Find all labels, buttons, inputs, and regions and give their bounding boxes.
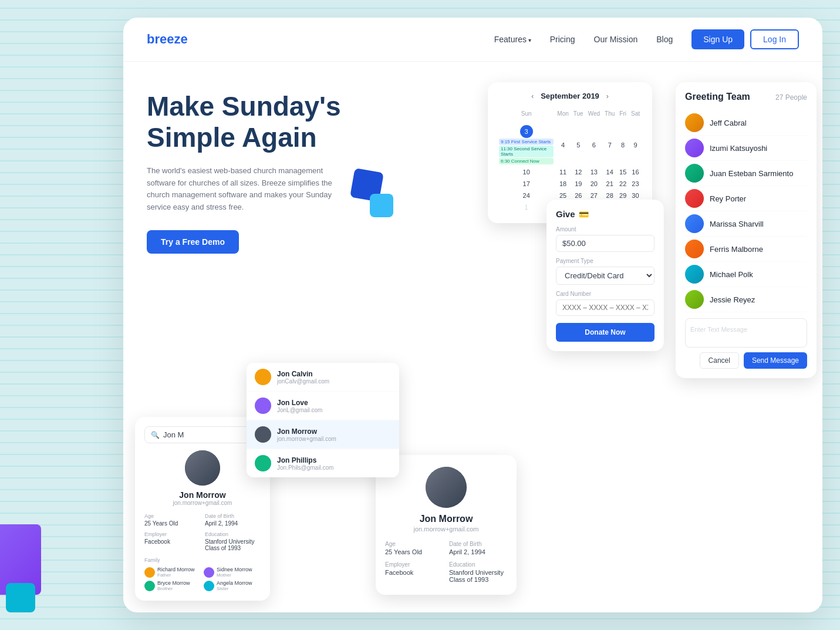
cal-cell[interactable]: 16	[629, 167, 642, 177]
employer-label: Employer	[144, 531, 200, 537]
cal-cell[interactable]: 4	[555, 124, 570, 166]
cal-cell[interactable]: 14	[603, 167, 616, 177]
cal-cell[interactable]	[603, 120, 616, 123]
hero-title: Make Sunday's Simple Again	[147, 91, 346, 153]
jon-age-label: Age	[385, 541, 443, 547]
main-card: breeze Features Pricing Our Mission Blog…	[123, 18, 822, 612]
cal-cell[interactable]: 19	[572, 178, 585, 189]
message-box[interactable]: Enter Text Message	[685, 318, 807, 348]
nav-mission[interactable]: Our Mission	[594, 35, 638, 44]
cal-cell[interactable]	[586, 120, 602, 123]
team-avatar-7	[685, 265, 704, 284]
cal-cell[interactable]: 6	[586, 124, 602, 166]
family-section: Family Richard MorrowFather Sidnee Morro…	[144, 557, 261, 591]
family-role-4: Sister	[217, 586, 252, 591]
cal-cell[interactable]	[498, 120, 554, 123]
cal-cell[interactable]: 10	[498, 167, 554, 177]
signup-button[interactable]: Sign Up	[691, 29, 744, 49]
result-name-4: Jon Phillips	[277, 456, 333, 464]
result-item-3[interactable]: Jon Morrow jon.morrow+gmail.com	[247, 420, 399, 449]
cal-cell[interactable]: 23	[629, 178, 642, 189]
login-button[interactable]: Log In	[750, 29, 799, 49]
give-payment-select[interactable]: Credit/Debit Card	[556, 267, 655, 285]
education-label: Education	[205, 531, 261, 537]
dob-label: Date of Birth	[205, 513, 261, 519]
team-member-2[interactable]: Izumi Katsuyoshi	[685, 136, 807, 161]
give-card-input[interactable]	[556, 299, 655, 316]
cal-cell[interactable]: 24	[498, 190, 554, 201]
calendar-next-arrow[interactable]: ›	[606, 92, 609, 100]
cal-cell[interactable]	[572, 120, 585, 123]
result-avatar-3	[255, 426, 271, 443]
jon-age-val: 25 Years Old	[385, 548, 443, 555]
family-member-2: Sidnee MorrowMother	[204, 567, 261, 578]
cal-cell-today[interactable]: 3 9:15 First Service Starts 11:30 Second…	[498, 124, 554, 166]
donate-button[interactable]: Donate Now	[556, 323, 655, 342]
give-amount-input[interactable]	[556, 235, 655, 252]
team-member-6[interactable]: Ferris Malborne	[685, 237, 807, 262]
result-avatar-2	[255, 397, 271, 414]
cal-cell[interactable]: 22	[618, 178, 628, 189]
search-input[interactable]	[163, 430, 254, 439]
jon-profile-card: Jon Morrow jon.morrow+gmail.com Age 25 Y…	[376, 455, 517, 595]
team-member-7[interactable]: Michael Polk	[685, 262, 807, 287]
cal-cell[interactable]: 9	[629, 124, 642, 166]
result-email-3: jon.morrow+gmail.com	[277, 436, 336, 442]
cal-cell[interactable]: 20	[586, 178, 602, 189]
cal-cell[interactable]: 11	[555, 167, 570, 177]
demo-button[interactable]: Try a Free Demo	[147, 230, 239, 254]
nav-pricing[interactable]: Pricing	[550, 35, 575, 44]
family-name-2: Sidnee Morrow	[217, 567, 252, 572]
nav-blog[interactable]: Blog	[656, 35, 673, 44]
event-connect: 6:30 Connect Now	[499, 158, 554, 164]
team-member-1[interactable]: Jeff Cabral	[685, 110, 807, 136]
cal-cell[interactable]: 18	[555, 178, 570, 189]
greeting-actions: Cancel Send Message	[685, 352, 807, 369]
jon-name: Jon Morrow	[385, 514, 507, 524]
family-member-3: Bryce MorrowBrother	[144, 580, 201, 591]
cal-cell[interactable]	[555, 120, 570, 123]
result-item-4[interactable]: Jon Phillips Jon.Phils@gmail.com	[247, 449, 399, 477]
cal-cell[interactable]: 5	[572, 124, 585, 166]
cal-cell[interactable]	[629, 120, 642, 123]
family-name-3: Bryce Morrow	[157, 580, 190, 586]
cal-cell[interactable]: 17	[498, 178, 554, 189]
team-member-3[interactable]: Juan Esteban Sarmiento	[685, 161, 807, 186]
jon-employer-val: Facebook	[385, 569, 443, 576]
team-member-8[interactable]: Jessie Reyez	[685, 287, 807, 312]
greeting-title: Greeting Team	[685, 92, 750, 102]
result-item-2[interactable]: Jon Love JonL@gmail.com	[247, 392, 399, 420]
cal-day-thu: Thu	[603, 109, 616, 119]
team-member-5[interactable]: Marissa Sharvill	[685, 211, 807, 237]
cal-cell[interactable]: 15	[618, 167, 628, 177]
event-second-service: 11:30 Second Service Starts	[499, 146, 554, 157]
calendar-header: ‹ September 2019 ›	[497, 92, 643, 100]
jon-email: jon.morrow+gmail.com	[385, 525, 507, 533]
today-indicator: 3	[520, 125, 533, 138]
navbar: breeze Features Pricing Our Mission Blog…	[123, 18, 822, 62]
jon-education-label: Education	[449, 561, 507, 568]
result-item-1[interactable]: Jon Calvin jonCalv@gmail.com	[247, 363, 399, 392]
cal-cell[interactable]: 12	[572, 167, 585, 177]
team-name-6: Ferris Malborne	[710, 245, 763, 254]
cal-cell[interactable]: 13	[586, 167, 602, 177]
profile-details: Age 25 Years Old Date of Birth April 2, …	[144, 513, 261, 551]
event-first-service: 9:15 First Service Starts	[499, 139, 554, 145]
give-title: Give 💳	[556, 209, 655, 219]
family-role-1: Father	[157, 572, 195, 578]
result-email-4: Jon.Phils@gmail.com	[277, 464, 333, 471]
cal-cell[interactable]	[618, 120, 628, 123]
cal-cell[interactable]: 8	[618, 124, 628, 166]
team-member-4[interactable]: Rey Porter	[685, 186, 807, 211]
cancel-button[interactable]: Cancel	[700, 352, 739, 369]
jon-avatar	[426, 467, 467, 508]
family-member-1: Richard MorrowFather	[144, 567, 201, 578]
give-card: Give 💳 Amount Payment Type Credit/Debit …	[546, 200, 664, 351]
nav-features[interactable]: Features	[494, 35, 531, 44]
send-message-button[interactable]: Send Message	[744, 352, 807, 369]
greeting-count: 27 People	[775, 93, 807, 102]
calendar-prev-arrow[interactable]: ‹	[531, 92, 534, 100]
cal-cell[interactable]: 7	[603, 124, 616, 166]
result-name-3: Jon Morrow	[277, 427, 336, 436]
cal-cell[interactable]: 21	[603, 178, 616, 189]
